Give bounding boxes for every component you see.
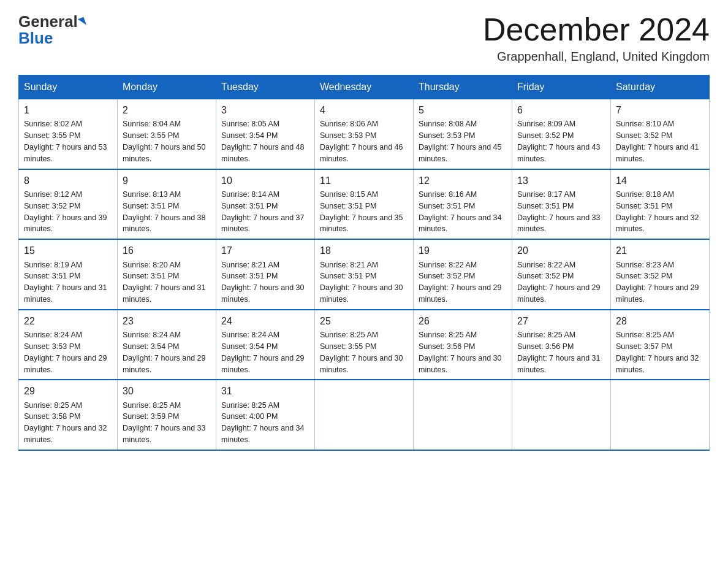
day-number: 12 bbox=[419, 174, 507, 188]
logo-blue: Blue bbox=[18, 29, 53, 48]
col-saturday: Saturday bbox=[611, 75, 710, 99]
day-info: Sunrise: 8:18 AMSunset: 3:51 PMDaylight:… bbox=[616, 190, 699, 234]
day-number: 19 bbox=[419, 243, 507, 258]
day-info: Sunrise: 8:14 AMSunset: 3:51 PMDaylight:… bbox=[221, 190, 305, 234]
day-number: 9 bbox=[123, 174, 211, 188]
day-info: Sunrise: 8:05 AMSunset: 3:54 PMDaylight:… bbox=[221, 120, 305, 163]
calendar-cell: 10 Sunrise: 8:14 AMSunset: 3:51 PMDaylig… bbox=[216, 169, 315, 240]
day-info: Sunrise: 8:25 AMSunset: 4:00 PMDaylight:… bbox=[221, 401, 305, 445]
day-number: 13 bbox=[517, 174, 605, 188]
calendar-cell bbox=[611, 380, 710, 450]
week-row-3: 15 Sunrise: 8:19 AMSunset: 3:51 PMDaylig… bbox=[19, 239, 710, 310]
col-thursday: Thursday bbox=[414, 75, 512, 99]
calendar-cell bbox=[315, 380, 414, 450]
calendar-cell: 26 Sunrise: 8:25 AMSunset: 3:56 PMDaylig… bbox=[414, 310, 512, 380]
day-number: 5 bbox=[419, 103, 507, 117]
calendar-cell: 27 Sunrise: 8:25 AMSunset: 3:56 PMDaylig… bbox=[512, 310, 611, 380]
calendar-cell: 4 Sunrise: 8:06 AMSunset: 3:53 PMDayligh… bbox=[315, 99, 414, 169]
week-row-1: 1 Sunrise: 8:02 AMSunset: 3:55 PMDayligh… bbox=[19, 99, 710, 169]
calendar-cell: 11 Sunrise: 8:15 AMSunset: 3:51 PMDaylig… bbox=[315, 169, 414, 240]
col-sunday: Sunday bbox=[19, 75, 118, 99]
day-info: Sunrise: 8:06 AMSunset: 3:53 PMDaylight:… bbox=[320, 120, 403, 163]
day-number: 17 bbox=[221, 243, 309, 258]
location: Grappenhall, England, United Kingdom bbox=[483, 50, 710, 64]
day-info: Sunrise: 8:04 AMSunset: 3:55 PMDaylight:… bbox=[123, 120, 206, 163]
day-info: Sunrise: 8:24 AMSunset: 3:54 PMDaylight:… bbox=[221, 331, 305, 374]
calendar-cell: 20 Sunrise: 8:22 AMSunset: 3:52 PMDaylig… bbox=[512, 239, 611, 310]
calendar-cell: 18 Sunrise: 8:21 AMSunset: 3:51 PMDaylig… bbox=[315, 239, 414, 310]
day-info: Sunrise: 8:21 AMSunset: 3:51 PMDaylight:… bbox=[320, 261, 403, 304]
day-info: Sunrise: 8:02 AMSunset: 3:55 PMDaylight:… bbox=[24, 120, 107, 163]
col-wednesday: Wednesday bbox=[315, 75, 414, 99]
calendar-cell: 9 Sunrise: 8:13 AMSunset: 3:51 PMDayligh… bbox=[118, 169, 216, 240]
day-number: 11 bbox=[320, 174, 408, 188]
day-info: Sunrise: 8:25 AMSunset: 3:57 PMDaylight:… bbox=[616, 331, 699, 374]
calendar-cell: 22 Sunrise: 8:24 AMSunset: 3:53 PMDaylig… bbox=[19, 310, 118, 380]
day-info: Sunrise: 8:19 AMSunset: 3:51 PMDaylight:… bbox=[24, 261, 107, 304]
day-info: Sunrise: 8:08 AMSunset: 3:53 PMDaylight:… bbox=[419, 120, 502, 163]
day-number: 20 bbox=[517, 243, 605, 258]
calendar-cell: 21 Sunrise: 8:23 AMSunset: 3:52 PMDaylig… bbox=[611, 239, 710, 310]
day-number: 31 bbox=[221, 384, 309, 398]
calendar-cell: 1 Sunrise: 8:02 AMSunset: 3:55 PMDayligh… bbox=[19, 99, 118, 169]
calendar-cell bbox=[414, 380, 512, 450]
day-info: Sunrise: 8:22 AMSunset: 3:52 PMDaylight:… bbox=[419, 261, 502, 304]
day-info: Sunrise: 8:23 AMSunset: 3:52 PMDaylight:… bbox=[616, 261, 699, 304]
logo-triangle-icon bbox=[78, 17, 86, 27]
day-number: 7 bbox=[616, 103, 704, 117]
day-number: 3 bbox=[221, 103, 309, 117]
calendar-cell: 8 Sunrise: 8:12 AMSunset: 3:52 PMDayligh… bbox=[19, 169, 118, 240]
calendar-cell bbox=[512, 380, 611, 450]
day-number: 26 bbox=[419, 314, 507, 328]
day-info: Sunrise: 8:20 AMSunset: 3:51 PMDaylight:… bbox=[123, 261, 206, 304]
calendar-cell: 14 Sunrise: 8:18 AMSunset: 3:51 PMDaylig… bbox=[611, 169, 710, 240]
day-number: 25 bbox=[320, 314, 408, 328]
calendar-cell: 2 Sunrise: 8:04 AMSunset: 3:55 PMDayligh… bbox=[118, 99, 216, 169]
day-number: 6 bbox=[517, 103, 605, 117]
day-info: Sunrise: 8:09 AMSunset: 3:52 PMDaylight:… bbox=[517, 120, 601, 163]
day-info: Sunrise: 8:17 AMSunset: 3:51 PMDaylight:… bbox=[517, 190, 601, 234]
calendar-cell: 16 Sunrise: 8:20 AMSunset: 3:51 PMDaylig… bbox=[118, 239, 216, 310]
day-info: Sunrise: 8:25 AMSunset: 3:58 PMDaylight:… bbox=[24, 401, 107, 445]
week-row-2: 8 Sunrise: 8:12 AMSunset: 3:52 PMDayligh… bbox=[19, 169, 710, 240]
day-number: 27 bbox=[517, 314, 605, 328]
day-number: 2 bbox=[123, 103, 211, 117]
calendar-cell: 19 Sunrise: 8:22 AMSunset: 3:52 PMDaylig… bbox=[414, 239, 512, 310]
day-info: Sunrise: 8:15 AMSunset: 3:51 PMDaylight:… bbox=[320, 190, 403, 234]
day-info: Sunrise: 8:16 AMSunset: 3:51 PMDaylight:… bbox=[419, 190, 502, 234]
day-info: Sunrise: 8:10 AMSunset: 3:52 PMDaylight:… bbox=[616, 120, 699, 163]
day-number: 10 bbox=[221, 174, 309, 188]
day-number: 16 bbox=[123, 243, 211, 258]
calendar-table: Sunday Monday Tuesday Wednesday Thursday… bbox=[18, 75, 710, 451]
calendar-cell: 15 Sunrise: 8:19 AMSunset: 3:51 PMDaylig… bbox=[19, 239, 118, 310]
col-monday: Monday bbox=[118, 75, 216, 99]
day-number: 14 bbox=[616, 174, 704, 188]
page-header: General Blue December 2024 Grappenhall, … bbox=[18, 12, 710, 64]
day-number: 30 bbox=[123, 384, 211, 398]
day-info: Sunrise: 8:24 AMSunset: 3:53 PMDaylight:… bbox=[24, 331, 107, 374]
day-info: Sunrise: 8:25 AMSunset: 3:59 PMDaylight:… bbox=[123, 401, 206, 445]
day-number: 24 bbox=[221, 314, 309, 328]
calendar-cell: 7 Sunrise: 8:10 AMSunset: 3:52 PMDayligh… bbox=[611, 99, 710, 169]
calendar-cell: 13 Sunrise: 8:17 AMSunset: 3:51 PMDaylig… bbox=[512, 169, 611, 240]
title-block: December 2024 Grappenhall, England, Unit… bbox=[483, 12, 710, 64]
day-number: 23 bbox=[123, 314, 211, 328]
day-number: 18 bbox=[320, 243, 408, 258]
day-number: 22 bbox=[24, 314, 112, 328]
calendar-cell: 25 Sunrise: 8:25 AMSunset: 3:55 PMDaylig… bbox=[315, 310, 414, 380]
day-info: Sunrise: 8:13 AMSunset: 3:51 PMDaylight:… bbox=[123, 190, 206, 234]
calendar-cell: 3 Sunrise: 8:05 AMSunset: 3:54 PMDayligh… bbox=[216, 99, 315, 169]
day-info: Sunrise: 8:12 AMSunset: 3:52 PMDaylight:… bbox=[24, 190, 107, 234]
day-info: Sunrise: 8:25 AMSunset: 3:56 PMDaylight:… bbox=[419, 331, 502, 374]
calendar-cell: 30 Sunrise: 8:25 AMSunset: 3:59 PMDaylig… bbox=[118, 380, 216, 450]
calendar-cell: 12 Sunrise: 8:16 AMSunset: 3:51 PMDaylig… bbox=[414, 169, 512, 240]
day-number: 21 bbox=[616, 243, 704, 258]
day-number: 28 bbox=[616, 314, 704, 328]
calendar-cell: 28 Sunrise: 8:25 AMSunset: 3:57 PMDaylig… bbox=[611, 310, 710, 380]
day-info: Sunrise: 8:22 AMSunset: 3:52 PMDaylight:… bbox=[517, 261, 601, 304]
day-number: 1 bbox=[24, 103, 112, 117]
logo: General Blue bbox=[18, 12, 85, 48]
day-info: Sunrise: 8:21 AMSunset: 3:51 PMDaylight:… bbox=[221, 261, 305, 304]
week-row-4: 22 Sunrise: 8:24 AMSunset: 3:53 PMDaylig… bbox=[19, 310, 710, 380]
calendar-cell: 24 Sunrise: 8:24 AMSunset: 3:54 PMDaylig… bbox=[216, 310, 315, 380]
